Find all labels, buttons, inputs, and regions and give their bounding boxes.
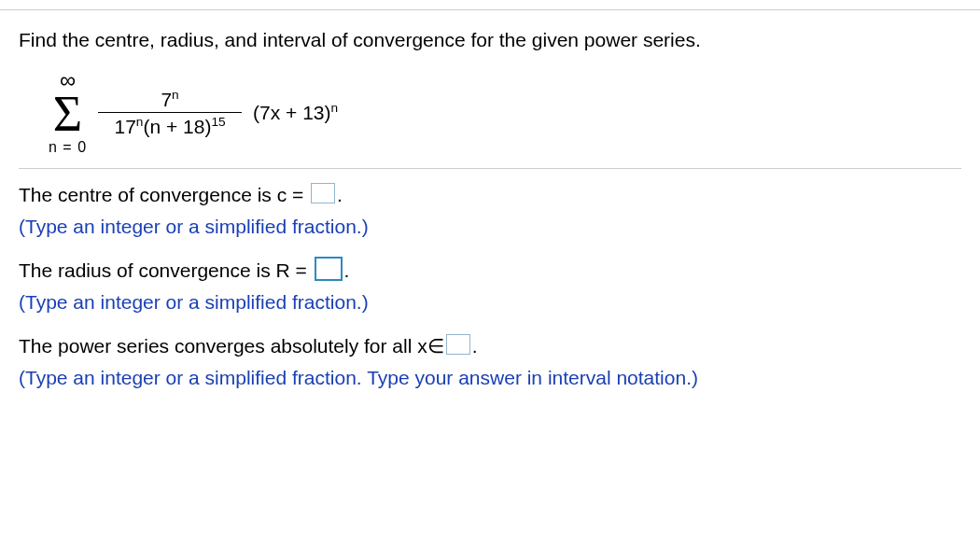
centre-hint: (Type an integer or a simplified fractio…: [19, 212, 961, 242]
power-series-formula: ∞ Σ n = 0 7n 17n(n + 18)15 (7x + 13)n: [19, 69, 961, 155]
question-content: Find the centre, radius, and interval of…: [0, 10, 980, 392]
radius-answer-input[interactable]: [315, 257, 343, 281]
summation-lower-limit: n = 0: [49, 140, 87, 155]
summation-symbol: ∞ Σ n = 0: [49, 69, 87, 155]
question-prompt: Find the centre, radius, and interval of…: [19, 27, 961, 52]
interval-question: The power series converges absolutely fo…: [19, 331, 961, 361]
coefficient-fraction: 7n 17n(n + 18)15: [98, 89, 242, 136]
power-term: (7x + 13)n: [253, 101, 338, 124]
radius-question: The radius of convergence is R = .: [19, 256, 961, 286]
sigma-icon: Σ: [53, 93, 82, 136]
radius-hint: (Type an integer or a simplified fractio…: [19, 287, 961, 317]
fraction-bar: [98, 112, 242, 113]
centre-question: The centre of convergence is c = .: [19, 180, 961, 210]
fraction-denominator: 17n(n + 18)15: [114, 116, 225, 136]
interval-hint: (Type an integer or a simplified fractio…: [19, 363, 961, 393]
interval-answer-input[interactable]: [446, 334, 470, 355]
fraction-numerator: 7n: [161, 89, 178, 109]
centre-answer-input[interactable]: [311, 183, 335, 203]
mid-divider: [19, 168, 961, 169]
